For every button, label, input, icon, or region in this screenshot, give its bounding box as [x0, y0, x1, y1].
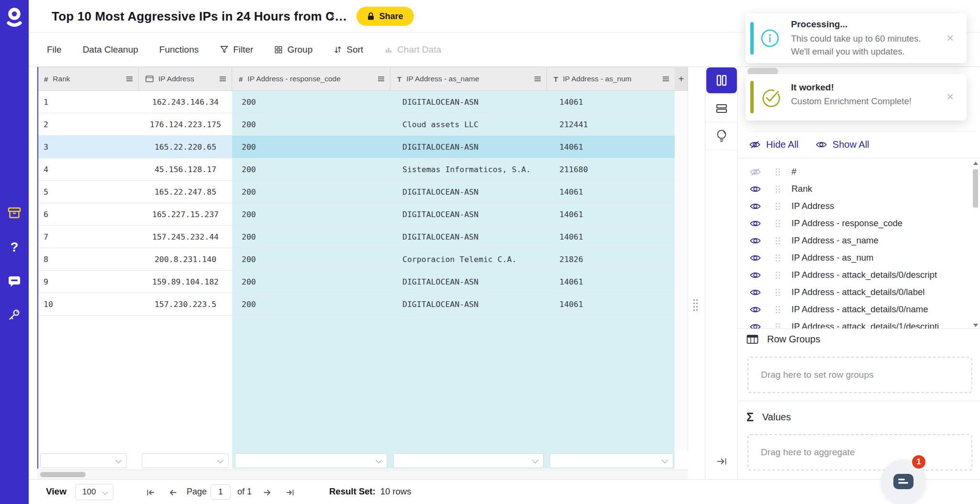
share-button[interactable]: Share — [356, 7, 414, 26]
hide-all-button[interactable]: Hide All — [749, 139, 799, 150]
table-cell[interactable]: 200 — [232, 113, 390, 135]
panel-resize-handle-icon[interactable] — [693, 299, 698, 312]
column-list-item[interactable]: IP Address - attack_details/0/label — [738, 284, 980, 301]
library-box-icon[interactable] — [0, 205, 29, 221]
eye-icon[interactable] — [750, 271, 762, 279]
eye-icon[interactable] — [750, 288, 762, 296]
table-cell[interactable]: 200 — [232, 203, 390, 225]
menu-data-cleanup[interactable]: Data Cleanup — [83, 44, 138, 55]
close-icon[interactable]: × — [947, 32, 954, 44]
close-icon[interactable]: × — [947, 90, 954, 103]
table-cell[interactable]: 5 — [37, 181, 139, 203]
tab-columns[interactable] — [706, 67, 737, 93]
column-header-rank[interactable]: # Rank — [37, 67, 139, 90]
aggregation-select[interactable] — [550, 453, 673, 468]
first-page-button[interactable] — [145, 487, 156, 498]
table-cell[interactable]: 211680 — [547, 158, 675, 180]
eye-icon[interactable] — [750, 219, 762, 228]
scroll-up-icon[interactable] — [973, 162, 978, 165]
table-row[interactable]: 7157.245.232.44200DIGITALOCEAN-ASN14061 — [37, 226, 675, 248]
drag-handle-icon[interactable] — [776, 309, 777, 310]
table-cell[interactable]: 200 — [232, 181, 390, 203]
title-chevron-right-icon[interactable] — [328, 12, 336, 22]
column-list-item[interactable]: # — [738, 163, 980, 180]
table-cell[interactable]: 212441 — [547, 113, 675, 135]
table-cell[interactable]: 157.230.223.5 — [139, 293, 232, 315]
table-cell[interactable]: 162.243.146.34 — [139, 91, 232, 113]
values-dropzone[interactable]: Drag here to aggregate — [747, 434, 972, 471]
table-cell[interactable]: 176.124.223.175 — [139, 113, 232, 135]
row-groups-dropzone[interactable]: Drag here to set row groups — [747, 357, 972, 393]
table-cell[interactable]: DIGITALOCEAN-ASN — [390, 136, 547, 158]
table-cell[interactable]: DIGITALOCEAN-ASN — [390, 91, 547, 113]
table-cell[interactable]: 14061 — [547, 293, 675, 315]
table-row[interactable]: 3165.22.220.65200DIGITALOCEAN-ASN14061 — [37, 136, 675, 158]
column-menu-icon[interactable] — [126, 78, 133, 79]
table-cell[interactable]: 200 — [232, 136, 390, 158]
drag-handle-icon[interactable] — [776, 188, 777, 190]
table-cell[interactable]: 10 — [37, 293, 139, 315]
table-cell[interactable]: 200 — [232, 293, 390, 315]
column-menu-icon[interactable] — [220, 78, 226, 79]
column-list-item[interactable]: IP Address - attack_details/0/descript — [738, 266, 980, 284]
column-header-ip-address[interactable]: IP Address — [139, 67, 232, 90]
aggregation-select[interactable] — [142, 453, 229, 468]
table-cell[interactable]: 14061 — [547, 136, 675, 158]
panel-scrollbar[interactable] — [972, 161, 979, 328]
table-cell[interactable]: Sistemas Informaticos, S.A. — [390, 158, 547, 180]
column-menu-icon[interactable] — [535, 78, 541, 79]
tab-rows[interactable] — [705, 95, 738, 122]
table-row[interactable]: 9159.89.104.182200DIGITALOCEAN-ASN14061 — [37, 271, 675, 293]
aggregation-select[interactable] — [235, 453, 387, 468]
table-cell[interactable]: 200 — [232, 271, 390, 293]
table-cell[interactable]: 21826 — [547, 248, 675, 270]
page-size-select[interactable]: 100 — [75, 484, 113, 500]
table-cell[interactable]: 14061 — [547, 181, 675, 203]
table-cell[interactable]: 2 — [37, 113, 139, 135]
eye-icon[interactable] — [750, 306, 762, 314]
drag-handle-icon[interactable] — [776, 257, 777, 259]
table-cell[interactable]: DIGITALOCEAN-ASN — [390, 293, 547, 315]
table-cell[interactable]: 200.8.231.140 — [139, 248, 232, 270]
drag-handle-icon[interactable] — [776, 326, 777, 328]
drag-handle-icon[interactable] — [776, 223, 777, 224]
key-icon[interactable] — [0, 307, 29, 323]
table-cell[interactable]: 6 — [37, 203, 139, 225]
page-title[interactable]: Top 10 Most Aggressive IPs in 24 Hours f… — [52, 9, 347, 24]
page-number-input[interactable] — [211, 484, 231, 500]
previous-page-button[interactable] — [167, 487, 179, 498]
panel-scrollbar-thumb[interactable] — [973, 169, 978, 208]
table-cell[interactable]: 14061 — [547, 226, 675, 248]
drag-handle-icon[interactable] — [776, 206, 777, 207]
column-menu-icon[interactable] — [378, 78, 384, 79]
menu-sort[interactable]: Sort — [334, 44, 363, 55]
eye-icon[interactable] — [750, 185, 762, 193]
table-cell[interactable]: DIGITALOCEAN-ASN — [390, 203, 547, 225]
table-row[interactable]: 6165.227.15.237200DIGITALOCEAN-ASN14061 — [37, 203, 675, 226]
scroll-down-icon[interactable] — [973, 324, 978, 327]
eye-icon[interactable] — [750, 237, 762, 245]
column-list-item[interactable]: IP Address — [738, 197, 980, 215]
drag-handle-icon[interactable] — [776, 274, 777, 276]
table-cell[interactable]: 200 — [232, 248, 390, 270]
table-row[interactable]: 445.156.128.17200Sistemas Informaticos, … — [37, 158, 675, 181]
horizontal-scrollbar-thumb[interactable] — [40, 472, 86, 477]
show-all-button[interactable]: Show All — [816, 139, 869, 150]
table-cell[interactable]: 14061 — [547, 203, 675, 225]
table-row[interactable]: 2176.124.223.175200Cloud assets LLC21244… — [37, 113, 675, 136]
table-row[interactable]: 5165.22.247.85200DIGITALOCEAN-ASN14061 — [37, 181, 675, 203]
column-header-response-code[interactable]: # IP Address - response_code — [232, 67, 390, 90]
table-row[interactable]: 8200.8.231.140200Corporacion Telemic C.A… — [37, 248, 675, 271]
table-cell[interactable]: 200 — [232, 226, 390, 248]
column-header-as-num[interactable]: T IP Address - as_num — [547, 67, 675, 90]
gigasheet-logo-icon[interactable] — [5, 6, 24, 29]
table-cell[interactable]: 1 — [37, 91, 139, 113]
eye-icon[interactable] — [750, 254, 762, 262]
menu-filter[interactable]: Filter — [220, 44, 253, 55]
table-cell[interactable]: DIGITALOCEAN-ASN — [390, 271, 547, 293]
feedback-chat-icon[interactable] — [0, 274, 29, 290]
table-row[interactable]: 10157.230.223.5200DIGITALOCEAN-ASN14061 — [37, 293, 675, 316]
table-cell[interactable]: 3 — [37, 136, 139, 158]
table-cell[interactable]: 200 — [232, 91, 390, 113]
column-header-as-name[interactable]: T IP Address - as_name — [390, 67, 547, 90]
